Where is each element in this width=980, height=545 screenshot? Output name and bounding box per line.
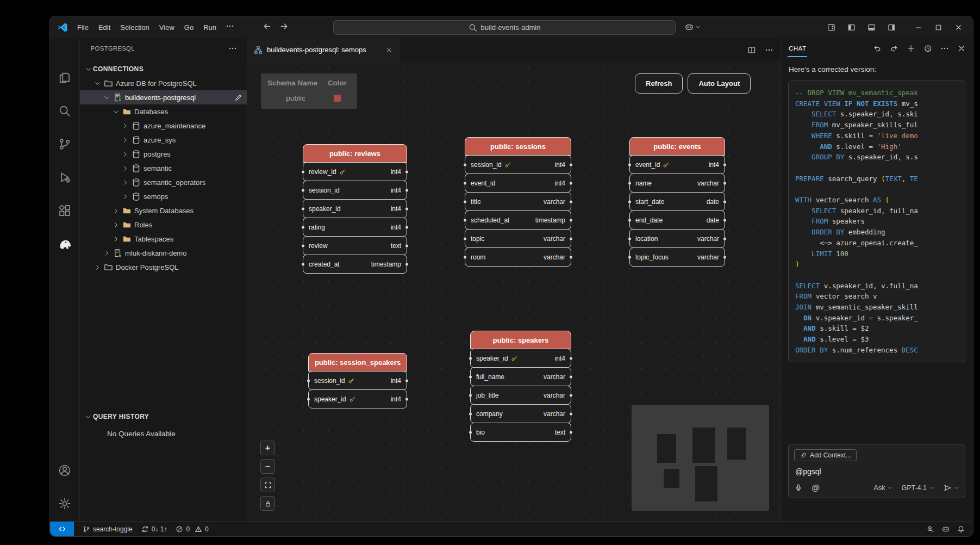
erd-field-events-end_date[interactable]: end_datedate <box>629 210 725 230</box>
erd-field-sessions-event_id[interactable]: event_idint4 <box>465 174 571 193</box>
erd-field-reviews-speaker_id[interactable]: speaker_idint4 <box>303 199 407 218</box>
add-context-button[interactable]: Add Context... <box>794 449 857 461</box>
erd-field-sessions-scheduled_at[interactable]: scheduled_attimestamp <box>465 210 571 230</box>
erd-table-title[interactable]: public: speakers <box>470 331 571 349</box>
mention-icon[interactable]: @ <box>812 483 820 492</box>
minimap[interactable] <box>632 405 769 511</box>
erd-field-events-location[interactable]: locationvarchar <box>629 229 725 248</box>
tree-item-system-databases[interactable]: System Databases <box>80 203 247 218</box>
mode-dropdown[interactable]: Ask <box>874 484 893 492</box>
send-button[interactable] <box>943 484 959 492</box>
toggle-secondary-sidebar-icon[interactable] <box>882 16 902 38</box>
tree-item-azure-sys[interactable]: azure_sys <box>80 133 247 147</box>
erd-field-speakers-company[interactable]: companyvarchar <box>470 404 571 423</box>
tree-item-postgres[interactable]: postgres <box>80 147 247 161</box>
settings-gear-icon[interactable] <box>51 490 79 518</box>
split-editor-icon[interactable] <box>747 46 756 54</box>
source-control-icon[interactable] <box>51 130 79 158</box>
sidebar-more-icon[interactable] <box>228 44 237 53</box>
erd-table-reviews[interactable]: public: reviewsreview_idint4session_idin… <box>303 144 407 274</box>
chevron-right-icon[interactable] <box>111 221 121 228</box>
chat-input-value[interactable]: @pgsql <box>795 467 958 476</box>
chat-tab[interactable]: CHAT <box>788 40 807 57</box>
redo-icon[interactable] <box>890 44 898 53</box>
erd-table-title[interactable]: public: session_speakers <box>308 353 407 371</box>
erd-field-speakers-speaker_id[interactable]: speaker_idint4 <box>470 349 571 368</box>
chevron-right-icon[interactable] <box>111 236 121 243</box>
account-icon[interactable] <box>51 456 79 485</box>
tree-item-buildevents-postgresql[interactable]: buildevents-postgresql <box>80 90 247 104</box>
erd-field-reviews-review_id[interactable]: review_idint4 <box>303 162 407 181</box>
chevron-right-icon[interactable] <box>120 165 130 172</box>
query-history-header[interactable]: QUERY HISTORY <box>80 409 247 424</box>
menu-go[interactable]: Go <box>179 21 198 34</box>
close-chat-icon[interactable] <box>957 44 966 53</box>
erd-canvas[interactable]: Schema Name Color public Refresh Auto La… <box>247 62 780 521</box>
copilot-menu[interactable] <box>685 23 701 32</box>
search-view-icon[interactable] <box>51 97 79 125</box>
erd-field-sessions-room[interactable]: roomvarchar <box>465 247 571 267</box>
undo-icon[interactable] <box>873 44 882 53</box>
tree-item-semantic-operators[interactable]: semantic_operators <box>80 175 247 189</box>
forward-icon[interactable] <box>279 22 289 33</box>
customize-layout-icon[interactable] <box>821 16 841 38</box>
git-sync-item[interactable]: 0↓ 1↑ <box>137 522 172 536</box>
tree-item-azure-db-for-postgresql[interactable]: Azure DB for PostgreSQL <box>80 76 247 90</box>
tree-item-docker-postgresql[interactable]: Docker PostgreSQL <box>80 260 247 274</box>
close-tab-icon[interactable] <box>385 46 392 53</box>
command-center-search[interactable]: build-events-admin <box>333 20 676 35</box>
erd-field-speakers-full_name[interactable]: full_namevarchar <box>470 367 571 386</box>
screen-zoom-icon[interactable] <box>923 525 938 533</box>
chevron-right-icon[interactable] <box>120 122 130 129</box>
postgresql-elephant-icon[interactable] <box>51 230 79 258</box>
chevron-right-icon[interactable] <box>120 193 130 200</box>
erd-field-events-topic_focus[interactable]: topic_focusvarchar <box>629 247 725 267</box>
close-window-button[interactable] <box>948 16 969 38</box>
chevron-right-icon[interactable] <box>111 207 121 214</box>
run-debug-icon[interactable] <box>51 163 79 191</box>
chevron-right-icon[interactable] <box>120 179 130 186</box>
copilot-status-icon[interactable] <box>938 525 953 533</box>
new-chat-icon[interactable] <box>907 44 915 53</box>
extensions-icon[interactable] <box>51 196 79 225</box>
edit-connection-icon[interactable] <box>234 94 242 102</box>
toggle-sidebar-icon[interactable] <box>841 16 862 38</box>
notifications-bell-icon[interactable] <box>953 525 969 533</box>
back-icon[interactable] <box>263 22 272 33</box>
chevron-down-icon[interactable] <box>92 80 102 87</box>
chevron-right-icon[interactable] <box>120 137 130 144</box>
chat-more-icon[interactable] <box>940 44 949 53</box>
lock-button[interactable] <box>260 496 275 511</box>
tab-schema-visualization[interactable]: buildevents-postgresql: semops <box>247 38 400 61</box>
tree-item-semantic[interactable]: semantic <box>80 161 247 175</box>
tree-item-azure-maintenance[interactable]: azure_maintenance <box>80 119 247 133</box>
erd-field-events-start_date[interactable]: start_datedate <box>629 192 725 211</box>
zoom-out-button[interactable]: – <box>260 459 275 474</box>
tree-item-roles[interactable]: Roles <box>80 218 247 232</box>
erd-field-session_speakers-speaker_id[interactable]: speaker_idint4 <box>308 389 407 408</box>
erd-table-title[interactable]: public: reviews <box>303 144 407 163</box>
erd-table-title[interactable]: public: sessions <box>465 137 571 156</box>
tree-item-mluk-diskann-demo[interactable]: mluk-diskann-demo <box>80 246 247 260</box>
zoom-in-button[interactable]: + <box>260 441 275 455</box>
toggle-panel-icon[interactable] <box>862 16 882 38</box>
erd-field-reviews-created_at[interactable]: created_attimestamp <box>303 255 407 274</box>
refresh-button[interactable]: Refresh <box>635 73 683 94</box>
erd-field-sessions-topic[interactable]: topicvarchar <box>465 229 571 248</box>
menu-file[interactable]: File <box>72 21 93 34</box>
explorer-icon[interactable] <box>51 64 79 92</box>
editor-more-icon[interactable] <box>765 46 773 54</box>
menu-selection[interactable]: Selection <box>115 21 154 34</box>
menu-overflow-icon[interactable] <box>221 20 239 35</box>
erd-table-events[interactable]: public: eventsevent_idint4namevarcharsta… <box>629 137 725 267</box>
fit-view-button[interactable] <box>260 478 275 492</box>
chat-history-icon[interactable] <box>923 44 932 53</box>
git-branch-item[interactable]: search-toggle <box>78 522 137 536</box>
chevron-down-icon[interactable] <box>83 66 93 73</box>
tree-item-databases[interactable]: Databases <box>80 104 247 119</box>
menu-edit[interactable]: Edit <box>93 21 115 34</box>
erd-field-events-event_id[interactable]: event_idint4 <box>629 155 725 174</box>
chat-input-box[interactable]: Add Context... @pgsql @ Ask GPT-4.1 <box>788 444 965 498</box>
erd-table-sessions[interactable]: public: sessionssession_idint4event_idin… <box>465 137 571 267</box>
erd-table-speakers[interactable]: public: speakersspeaker_idint4full_namev… <box>470 331 571 442</box>
